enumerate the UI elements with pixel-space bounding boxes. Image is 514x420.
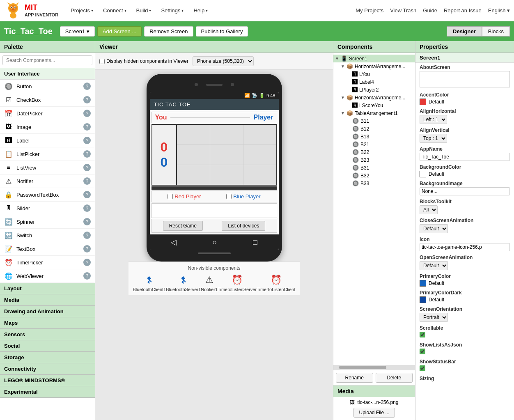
nav-connect[interactable]: Connect ▾ [99,6,130,15]
prop-appname-input[interactable] [420,153,510,161]
nav-build[interactable]: Build ▾ [132,6,156,15]
label-help[interactable]: ? [83,137,91,144]
list-devices-button[interactable]: List of devices [222,221,265,231]
blocks-button[interactable]: Blocks [482,26,510,37]
tree-horizontal1[interactable]: ▼ 📦 HorizontalArrangeme... [333,62,415,70]
tree-screen1[interactable]: ▼ 📱 Screen1 [333,55,415,62]
prop-alignhorizontal-select[interactable]: Left : 1 [420,115,447,124]
cell-11[interactable] [177,125,210,145]
textbox-help[interactable]: ? [83,245,91,252]
nav-my-projects[interactable]: My Projects [356,7,383,14]
nav-report-issue[interactable]: Report an Issue [444,7,482,14]
components-scroll-thumb[interactable] [339,366,386,369]
checkbox-help[interactable]: ? [83,96,91,103]
radio-blue-player[interactable]: Blue Player [226,193,260,200]
palette-item-timepicker[interactable]: ⏰ TimePicker ? [0,256,95,269]
remove-screen-button[interactable]: Remove Screen [144,26,193,37]
upload-file-button[interactable]: Upload File ... [353,408,395,418]
tree-b33[interactable]: 🔘 B33 [333,179,415,187]
timepicker-help[interactable]: ? [83,259,91,266]
cell-21[interactable] [177,145,210,165]
palette-section-media[interactable]: Media [0,294,95,306]
cell-23[interactable] [243,145,276,165]
palette-item-textbox[interactable]: 📝 TextBox ? [0,242,95,256]
tree-lplayer2[interactable]: 🅰 LPlayer2 [333,86,415,94]
tree-b22[interactable]: 🔘 B22 [333,148,415,156]
palette-section-maps[interactable]: Maps [0,317,95,329]
cell-31[interactable] [177,165,210,185]
tree-b32[interactable]: 🔘 B32 [333,172,415,179]
palette-item-switch[interactable]: 🔛 Switch ? [0,229,95,242]
publish-button[interactable]: Publish to Gallery [196,26,248,37]
tree-b31[interactable]: 🔘 B31 [333,164,415,172]
palette-item-passwordtextbox[interactable]: 🔒 PasswordTextBox ? [0,188,95,202]
tree-horizontal2[interactable]: ▼ 📦 HorizontalArrangeme... [333,94,415,101]
palette-item-checkbox[interactable]: ☑ CheckBox ? [0,93,95,107]
recents-button-icon[interactable]: □ [253,238,257,247]
nav-projects[interactable]: Projects ▾ [67,6,97,15]
webviewer-help[interactable]: ? [83,272,91,280]
listpicker-help[interactable]: ? [83,150,91,158]
palette-section-storage[interactable]: Storage [0,352,95,363]
tree-b13[interactable]: 🔘 B13 [333,133,415,140]
prop-aboutscreen-input[interactable] [420,71,510,87]
palette-item-image[interactable]: 🖼 Image ? [0,120,95,134]
notifier-help[interactable]: ? [83,177,91,185]
palette-item-notifier[interactable]: ⚠ Notifier ? [0,174,95,188]
palette-item-datepicker[interactable]: 📅 DatePicker ? [0,107,95,120]
prop-backgroundimage-input[interactable] [420,187,510,195]
palette-section-experimental[interactable]: Experimental [0,386,95,398]
cell-32[interactable] [210,165,243,185]
palette-item-label[interactable]: 🅰 Label ? [0,134,95,147]
checkbox-blue[interactable] [226,194,232,199]
tree-b23[interactable]: 🔘 B23 [333,156,415,164]
tree-lscoreyou[interactable]: 🅰 LScoreYou [333,101,415,109]
designer-button[interactable]: Designer [447,26,482,37]
listview-help[interactable]: ? [83,164,91,171]
back-button-icon[interactable]: ◁ [171,238,177,247]
switch-help[interactable]: ? [83,232,91,239]
prop-openscreenanimation-select[interactable]: Default [420,261,448,270]
add-screen-button[interactable]: Add Screen ... [97,26,142,37]
screen1-toggle[interactable]: ▼ [335,56,341,61]
home-button-icon[interactable]: ○ [213,238,217,247]
radio-red-player[interactable]: Red Player [168,193,201,200]
prop-closescreenanimation-select[interactable]: Default [420,224,448,233]
reset-game-button[interactable]: Reset Game [163,221,203,231]
tree-b21[interactable]: 🔘 B21 [333,140,415,148]
palette-item-webviewer[interactable]: 🌐 WebViewer ? [0,269,95,283]
palette-section-sensors[interactable]: Sensors [0,329,95,340]
tree-table1[interactable]: ▼ 📦 TableArrangement1 [333,109,415,117]
hidden-components-checkbox[interactable] [99,59,105,64]
prop-accentcolor-value[interactable]: Default [420,99,510,105]
palette-section-layout[interactable]: Layout [0,283,95,294]
table1-toggle[interactable]: ▼ [341,111,346,115]
palette-item-button[interactable]: 🔘 Button ? [0,80,95,93]
horizontal2-toggle[interactable]: ▼ [341,95,346,100]
nav-view-trash[interactable]: View Trash [390,7,416,14]
delete-button[interactable]: Delete [376,373,413,383]
text-input-row[interactable] [151,203,277,218]
tree-lyou[interactable]: 🅰 LYou [333,70,415,78]
hidden-components-label[interactable]: Display hidden components in Viewer [99,58,188,64]
cell-13[interactable] [243,125,276,145]
palette-section-social[interactable]: Social [0,340,95,352]
checkbox-red[interactable] [168,194,173,199]
prop-blockstoolkit-select[interactable]: All [420,205,438,214]
nav-guide[interactable]: Guide [423,7,437,14]
horizontal1-toggle[interactable]: ▼ [341,64,346,69]
prop-showlistsasjson-checkbox[interactable] [420,349,425,354]
passwordtextbox-help[interactable]: ? [83,191,91,198]
nav-language[interactable]: English ▾ [488,7,510,14]
button-help[interactable]: ? [83,83,91,90]
palette-section-connectivity[interactable]: Connectivity [0,363,95,375]
nav-help[interactable]: Help ▾ [189,6,212,15]
nav-settings[interactable]: Settings ▾ [157,6,188,15]
prop-backgroundcolor-value[interactable]: Default [420,171,510,177]
prop-screenorientation-select[interactable]: Portrait [420,313,448,322]
palette-item-spinner[interactable]: 🔄 Spinner ? [0,215,95,229]
prop-primarycolordark-value[interactable]: Default [420,296,510,303]
prop-scrollable-checkbox[interactable] [420,332,425,337]
palette-item-listpicker[interactable]: 📋 ListPicker ? [0,147,95,161]
palette-section-drawing[interactable]: Drawing and Animation [0,306,95,317]
